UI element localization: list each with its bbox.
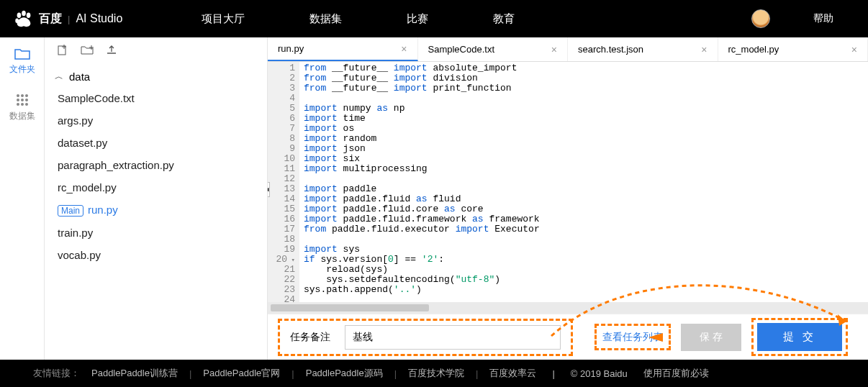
top-right: 帮助 — [751, 9, 833, 28]
help-link[interactable]: 帮助 — [813, 12, 833, 25]
close-icon[interactable]: × — [551, 44, 557, 55]
submit-wrap: 提 交 — [751, 318, 848, 356]
file-item[interactable]: args.py — [58, 109, 267, 132]
nav-datasets[interactable]: 数据集 — [309, 12, 342, 26]
left-rail: 文件夹 数据集 — [0, 37, 45, 360]
file-item[interactable]: SampleCode.txt — [58, 87, 267, 109]
file-list: SampleCode.txt args.py dataset.py paragr… — [58, 87, 267, 266]
remark-label: 任务备注 — [290, 331, 330, 344]
main-badge: Main — [58, 205, 83, 217]
file-item[interactable]: train.py — [58, 222, 267, 244]
svg-point-9 — [25, 99, 28, 101]
upload-icon[interactable] — [105, 45, 118, 59]
main-area: 文件夹 数据集 ︿ data SampleCode.txt args.py da… — [0, 37, 868, 360]
footer-link[interactable]: PaddlePaddle训练营 — [91, 367, 178, 380]
editor: run.py× SampleCode.txt× search.test.json… — [268, 37, 868, 360]
grid-icon — [15, 93, 30, 107]
new-folder-icon[interactable] — [81, 45, 94, 59]
svg-point-5 — [21, 94, 24, 97]
tab-label: SampleCode.txt — [428, 44, 495, 55]
brand-cn: 百度 — [39, 12, 62, 27]
file-name: run.py — [88, 204, 118, 216]
chevron-up-icon: ︿ — [55, 70, 63, 83]
tab-run[interactable]: run.py× — [268, 37, 418, 61]
code-area[interactable]: ◀ 1234567891011121314151617181920 ▾21222… — [268, 62, 868, 302]
folder-data[interactable]: ︿ data — [55, 66, 267, 87]
nav-projects[interactable]: 项目大厅 — [202, 12, 245, 26]
tab-label: rc_model.py — [728, 44, 779, 55]
footer-link[interactable]: PaddlePaddle官网 — [203, 367, 280, 380]
tree-toolbar — [45, 37, 267, 66]
remark-input[interactable] — [345, 325, 561, 350]
view-tasks-link[interactable]: 查看任务列表 — [602, 331, 663, 342]
footer-terms[interactable]: 使用百度前必读 — [643, 367, 709, 380]
view-tasks-block: 查看任务列表 — [595, 324, 671, 350]
close-icon[interactable]: × — [851, 44, 857, 55]
tab-search[interactable]: search.test.json× — [568, 37, 718, 61]
rail-files[interactable]: 文件夹 — [0, 37, 45, 83]
file-item[interactable]: paragraph_extraction.py — [58, 154, 267, 176]
footer-label: 友情链接： — [33, 367, 80, 380]
collapse-handle[interactable]: ◀ — [268, 182, 270, 197]
baidu-paw-icon — [13, 8, 35, 29]
tab-rcmodel[interactable]: rc_model.py× — [718, 37, 869, 61]
footer-link[interactable]: PaddlePaddle源码 — [306, 367, 383, 380]
tab-label: run.py — [278, 43, 304, 54]
file-item[interactable]: rc_model.py — [58, 176, 267, 199]
rail-files-label: 文件夹 — [9, 64, 35, 74]
remark-block: 任务备注 — [278, 319, 573, 356]
footer: 友情链接： PaddlePaddle训练营| PaddlePaddle官网| P… — [0, 360, 868, 387]
rail-dataset[interactable]: 数据集 — [0, 83, 45, 129]
svg-point-4 — [17, 94, 19, 97]
brand-separator: | — [68, 14, 70, 24]
svg-point-11 — [21, 103, 24, 106]
svg-point-10 — [17, 103, 19, 106]
code-lines[interactable]: from __future__ import absolute_importfr… — [299, 62, 868, 302]
close-icon[interactable]: × — [701, 44, 707, 55]
svg-point-12 — [25, 103, 28, 106]
nav-competitions[interactable]: 比赛 — [407, 12, 428, 26]
svg-point-1 — [22, 11, 26, 17]
horizontal-scrollbar[interactable] — [268, 302, 868, 314]
rail-dataset-label: 数据集 — [9, 111, 35, 121]
footer-copyright: © 2019 Baidu — [571, 368, 628, 379]
tab-samplecode[interactable]: SampleCode.txt× — [418, 37, 569, 61]
top-nav: 百度 | AI Studio 项目大厅 数据集 比赛 教育 帮助 — [0, 0, 868, 37]
scrollbar-thumb[interactable] — [271, 304, 429, 311]
action-row: 任务备注 查看任务列表 保 存 提 交 — [268, 314, 868, 360]
folder-icon — [14, 47, 30, 60]
brand-product: AI Studio — [76, 12, 122, 25]
footer-link[interactable]: 百度效率云 — [489, 367, 536, 380]
logo[interactable]: 百度 | AI Studio — [13, 8, 122, 29]
svg-point-2 — [27, 13, 31, 19]
svg-point-8 — [21, 99, 24, 101]
svg-point-6 — [25, 94, 28, 97]
footer-link[interactable]: 百度技术学院 — [408, 367, 464, 380]
save-button[interactable]: 保 存 — [681, 324, 741, 351]
new-file-icon[interactable] — [56, 45, 69, 59]
tab-label: search.test.json — [578, 44, 643, 55]
file-item[interactable]: dataset.py — [58, 132, 267, 154]
svg-point-0 — [17, 13, 22, 19]
tree-root: ︿ data SampleCode.txt args.py dataset.py… — [45, 66, 267, 266]
nav-education[interactable]: 教育 — [493, 12, 515, 26]
folder-name: data — [69, 70, 90, 83]
tab-strip: run.py× SampleCode.txt× search.test.json… — [268, 37, 868, 62]
file-item[interactable]: vocab.py — [58, 244, 267, 266]
close-icon[interactable]: × — [401, 43, 407, 55]
svg-point-7 — [17, 99, 19, 101]
submit-button[interactable]: 提 交 — [757, 323, 842, 351]
line-gutter: 1234567891011121314151617181920 ▾2122232… — [268, 62, 299, 302]
file-item-active[interactable]: Mainrun.py — [58, 199, 267, 222]
nav-items: 项目大厅 数据集 比赛 教育 — [202, 12, 515, 26]
file-tree: ︿ data SampleCode.txt args.py dataset.py… — [45, 37, 268, 360]
avatar[interactable] — [751, 9, 770, 28]
